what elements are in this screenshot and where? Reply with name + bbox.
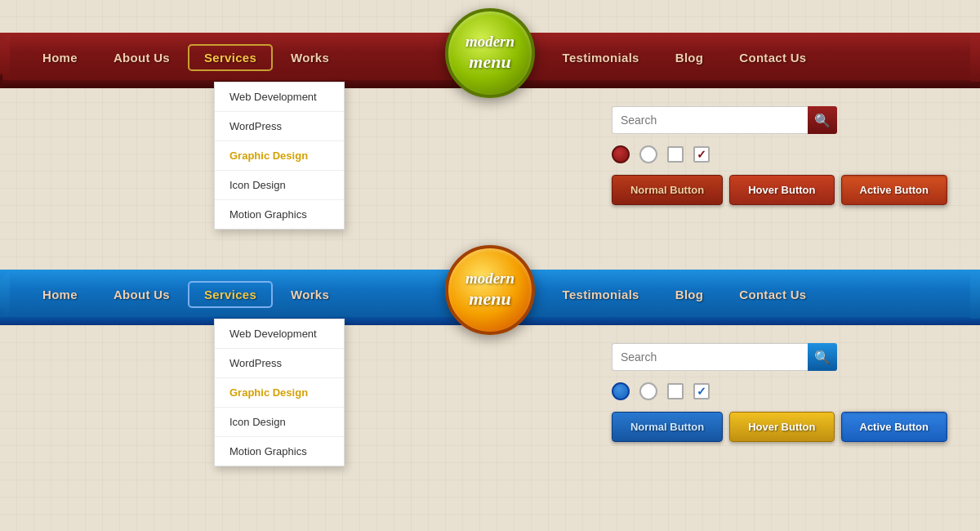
widgets-blue: 🔍 ✓ Normal Button Hover Button Active Bu… — [612, 343, 947, 442]
checkbox-empty-blue[interactable] — [667, 383, 684, 399]
section-red-theme: Home About Us Services Works Products Te… — [0, 33, 980, 82]
hover-button-red[interactable]: Hover Button — [729, 175, 834, 205]
section-blue-theme: Home About Us Services Works Products Te… — [0, 270, 980, 319]
active-button-blue[interactable]: Active Button — [841, 412, 948, 442]
search-row-blue: 🔍 — [612, 343, 947, 371]
buttons-row-red: Normal Button Hover Button Active Button — [612, 175, 947, 205]
nav-bar-red: Home About Us Services Works Products Te… — [0, 33, 980, 82]
checkbox-checked-blue[interactable]: ✓ — [693, 383, 710, 399]
dropdown-item-wordpress-blue[interactable]: WordPress — [215, 349, 344, 378]
nav-item-blog-red[interactable]: Blog — [657, 33, 722, 82]
dropdown-item-graphic-blue[interactable]: Graphic Design — [215, 378, 344, 408]
nav-item-testimonials-blue[interactable]: Testimonials — [545, 270, 657, 319]
nav-item-services-blue[interactable]: Services — [188, 281, 273, 308]
radio-empty-blue[interactable] — [639, 382, 657, 400]
nav-item-contact-blue[interactable]: Contact Us — [721, 270, 824, 319]
dropdown-item-webdev-red[interactable]: Web Development — [215, 83, 344, 112]
active-button-red[interactable]: Active Button — [841, 175, 948, 205]
nav-item-services-red[interactable]: Services — [188, 44, 273, 71]
radio-filled-blue[interactable] — [612, 382, 630, 400]
nav-item-home-blue[interactable]: Home — [24, 270, 96, 319]
logo-circle-blue[interactable]: modern menu — [445, 245, 535, 335]
search-input-red[interactable] — [612, 106, 808, 134]
nav-item-home-red[interactable]: Home — [24, 33, 96, 82]
checkbox-empty-red[interactable] — [667, 146, 684, 163]
buttons-row-blue: Normal Button Hover Button Active Button — [612, 412, 947, 442]
logo-text-blue: modern menu — [466, 270, 514, 310]
nav-bar-blue: Home About Us Services Works Products Te… — [0, 270, 980, 319]
normal-button-blue[interactable]: Normal Button — [612, 412, 723, 442]
nav-item-testimonials-red[interactable]: Testimonials — [545, 33, 657, 82]
radio-filled-red[interactable] — [612, 145, 630, 163]
search-button-red[interactable]: 🔍 — [808, 106, 837, 134]
dropdown-item-webdev-blue[interactable]: Web Development — [215, 319, 344, 349]
nav-item-blog-blue[interactable]: Blog — [657, 270, 722, 319]
nav-item-works-red[interactable]: Works — [273, 33, 347, 82]
logo-circle-red[interactable]: modern menu — [445, 8, 535, 98]
nav-item-contact-red[interactable]: Contact Us — [721, 33, 824, 82]
dropdown-blue: Web Development WordPress Graphic Design… — [214, 319, 345, 466]
search-button-blue[interactable]: 🔍 — [808, 343, 837, 371]
dropdown-red: Web Development WordPress Graphic Design… — [214, 82, 345, 230]
normal-button-red[interactable]: Normal Button — [612, 175, 723, 205]
controls-row-red: ✓ — [612, 145, 947, 163]
radio-empty-red[interactable] — [639, 145, 657, 163]
dropdown-item-icon-red[interactable]: Icon Design — [215, 171, 344, 200]
dropdown-item-icon-blue[interactable]: Icon Design — [215, 408, 344, 437]
search-input-blue[interactable] — [612, 343, 808, 371]
widgets-red: 🔍 ✓ Normal Button Hover Button Active Bu… — [612, 106, 947, 205]
search-row-red: 🔍 — [612, 106, 947, 134]
dropdown-item-motion-red[interactable]: Motion Graphics — [215, 200, 344, 229]
dropdown-item-motion-blue[interactable]: Motion Graphics — [215, 437, 344, 466]
dropdown-item-wordpress-red[interactable]: WordPress — [215, 112, 344, 141]
checkbox-checked-red[interactable]: ✓ — [693, 146, 710, 163]
nav-item-about-blue[interactable]: About Us — [96, 270, 188, 319]
nav-item-about-red[interactable]: About Us — [96, 33, 188, 82]
dropdown-item-graphic-red[interactable]: Graphic Design — [215, 141, 344, 171]
controls-row-blue: ✓ — [612, 382, 947, 400]
hover-button-blue[interactable]: Hover Button — [729, 412, 834, 442]
nav-item-works-blue[interactable]: Works — [273, 270, 347, 319]
logo-text-red: modern menu — [466, 33, 514, 73]
